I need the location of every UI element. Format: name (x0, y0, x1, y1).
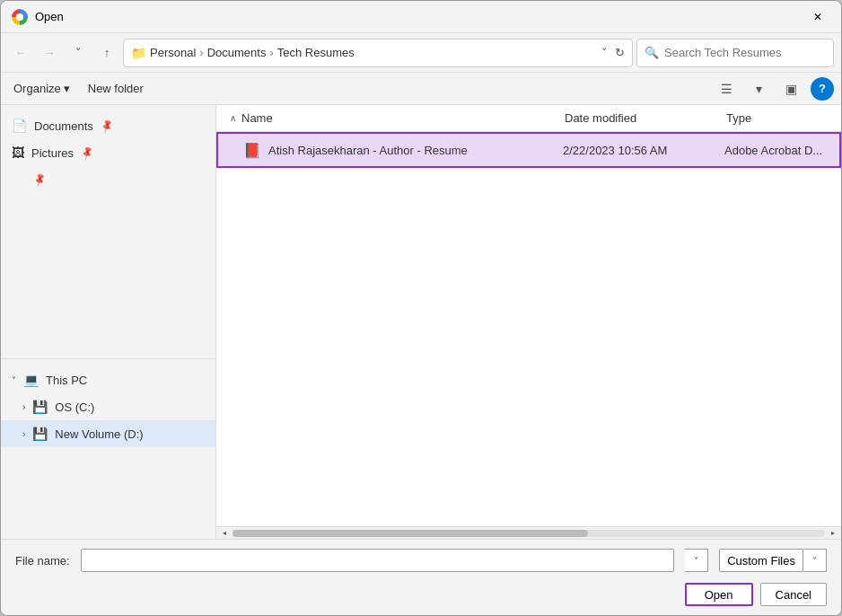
this-pc-expand: ˅ (12, 375, 16, 385)
forward-button[interactable]: → (37, 40, 62, 66)
back-button[interactable]: ← (8, 40, 33, 66)
path-sep-1: › (199, 46, 203, 59)
cancel-button[interactable]: Cancel (760, 583, 827, 606)
scroll-track[interactable] (232, 530, 825, 537)
path-chevron[interactable]: ˅ (601, 46, 608, 59)
open-button[interactable]: Open (685, 583, 753, 606)
content-area: 📄 Documents 📌 🖼 Pictures 📌 📌 ˅ 💻 This PC (1, 105, 841, 539)
address-bar[interactable]: 📁 Personal › Documents › Tech Resumes ˅ … (123, 39, 633, 67)
search-input[interactable] (664, 46, 826, 59)
file-row-type: Adobe Acrobat D... (724, 144, 832, 157)
col-type[interactable]: Type (726, 111, 834, 125)
this-pc-label: This PC (46, 374, 87, 387)
new-volume-expand: › (22, 429, 25, 439)
file-name: Atish Rajasekharan - Author - Resume (268, 144, 468, 157)
path-sep-2: › (269, 46, 273, 59)
file-row-name: 📕 Atish Rajasekharan - Author - Resume (243, 142, 563, 159)
search-box[interactable]: 🔍 (636, 39, 834, 67)
refresh-button[interactable]: ↻ (615, 46, 625, 59)
sidebar-item-pictures[interactable]: 🖼 Pictures 📌 (1, 139, 215, 166)
up-button[interactable]: ↑ (94, 40, 119, 66)
scroll-right-button[interactable]: ▸ (827, 527, 839, 540)
pin-icon-pictures: 📌 (79, 145, 96, 161)
pin-icon-extra: 📌 (31, 172, 48, 188)
file-list-header: ∧ Name Date modified Type (216, 105, 841, 132)
file-area: ∧ Name Date modified Type 📕 Atish Rajase… (216, 105, 841, 539)
close-button[interactable]: ✕ (805, 6, 830, 28)
sidebar-divider (1, 358, 215, 359)
organize-button[interactable]: Organize ▾ (8, 79, 75, 98)
title-bar: Open ✕ (1, 1, 841, 33)
sidebar-spacer (1, 193, 215, 355)
file-row-date: 2/22/2023 10:56 AM (563, 144, 724, 157)
path-text: Personal › Documents › Tech Resumes (150, 46, 594, 59)
file-type-wrapper: Custom Files ˅ (719, 549, 827, 572)
file-name-row: File name: ˅ Custom Files ˅ (15, 549, 827, 572)
search-icon: 🔍 (645, 46, 659, 59)
view-panel-button[interactable]: ▣ (778, 76, 803, 101)
navigation-bar: ← → ˅ ↑ 📁 Personal › Documents › Tech Re… (1, 33, 841, 73)
open-dialog: Open ✕ ← → ˅ ↑ 📁 Personal › Documents › … (0, 0, 842, 616)
os-c-label: OS (C:) (55, 400, 94, 414)
toolbar: Organize ▾ New folder ☰ ▾ ▣ ? (1, 73, 841, 105)
path-segment-personal: Personal (150, 46, 196, 59)
file-name-label: File name: (15, 554, 70, 568)
path-segment-documents: Documents (207, 46, 267, 59)
organize-chevron: ▾ (64, 82, 70, 95)
sidebar-item-extra-pin[interactable]: 📌 (1, 166, 215, 193)
file-pdf-icon: 📕 (243, 142, 261, 159)
os-c-expand: › (22, 402, 25, 412)
organize-label: Organize (13, 82, 61, 95)
documents-icon: 📄 (12, 119, 27, 133)
sidebar-item-this-pc[interactable]: ˅ 💻 This PC (1, 366, 215, 393)
bottom-bar: File name: ˅ Custom Files ˅ Open Cancel (1, 539, 841, 615)
new-volume-label: New Volume (D:) (55, 427, 143, 441)
table-row[interactable]: 📕 Atish Rajasekharan - Author - Resume 2… (216, 132, 841, 168)
pin-icon-documents: 📌 (98, 118, 115, 134)
file-list: ∧ Name Date modified Type 📕 Atish Rajase… (216, 105, 841, 526)
sidebar-item-documents[interactable]: 📄 Documents 📌 (1, 112, 215, 139)
action-row: Open Cancel (15, 583, 827, 606)
sort-indicator: ∧ (224, 113, 241, 123)
view-more-button[interactable]: ▾ (746, 76, 771, 101)
new-volume-icon: 💾 (32, 427, 48, 441)
path-folder-icon: 📁 (131, 46, 146, 60)
scroll-left-button[interactable]: ◂ (218, 527, 231, 540)
sidebar-item-os-c[interactable]: › 💾 OS (C:) (1, 393, 215, 420)
action-buttons: Open Cancel (685, 583, 827, 606)
col-date[interactable]: Date modified (565, 111, 726, 125)
dropdown-button[interactable]: ˅ (66, 40, 91, 66)
file-type-label: Custom Files (727, 554, 795, 568)
view-list-button[interactable]: ☰ (714, 76, 739, 101)
file-name-chevron[interactable]: ˅ (685, 549, 708, 572)
file-type-select[interactable]: Custom Files (719, 549, 803, 572)
help-button[interactable]: ? (811, 77, 834, 101)
horizontal-scrollbar[interactable]: ◂ ▸ (216, 526, 841, 539)
path-segment-techresumes: Tech Resumes (277, 46, 355, 59)
sidebar: 📄 Documents 📌 🖼 Pictures 📌 📌 ˅ 💻 This PC (1, 105, 216, 539)
dialog-title: Open (35, 10, 798, 23)
scroll-thumb[interactable] (232, 530, 588, 537)
app-icon (12, 9, 28, 25)
sidebar-item-new-volume[interactable]: › 💾 New Volume (D:) (1, 420, 215, 447)
new-folder-button[interactable]: New folder (83, 79, 149, 98)
col-name[interactable]: Name (241, 111, 565, 125)
documents-label: Documents (34, 119, 93, 133)
file-name-input[interactable] (81, 549, 674, 572)
pictures-icon: 🖼 (12, 145, 24, 160)
os-c-icon: 💾 (32, 400, 48, 414)
this-pc-icon: 💻 (23, 373, 39, 387)
file-type-chevron[interactable]: ˅ (803, 549, 827, 572)
window-controls: ✕ (805, 6, 830, 28)
pictures-label: Pictures (31, 146, 74, 160)
